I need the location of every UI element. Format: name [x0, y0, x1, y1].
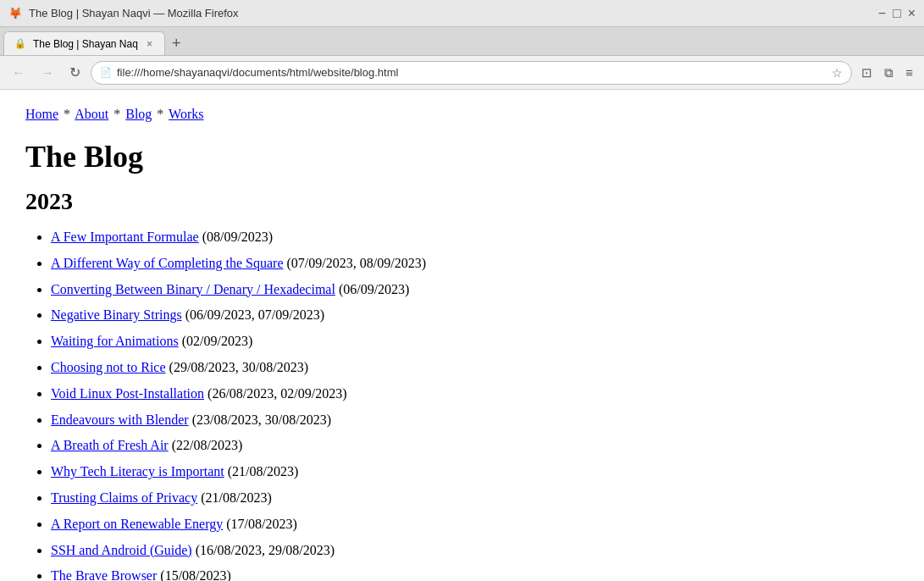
breadcrumb-home[interactable]: Home [25, 107, 58, 121]
active-tab[interactable]: 🔒 The Blog | Shayan Naq × [3, 31, 165, 55]
list-item: Choosing not to Rice (29/08/2023, 30/08/… [51, 356, 899, 380]
list-item: Negative Binary Strings (06/09/2023, 07/… [51, 303, 899, 328]
post-link[interactable]: A Breath of Fresh Air [51, 438, 169, 452]
window-title: The Blog | Shayan Naqvi — Mozilla Firefo… [29, 7, 239, 19]
breadcrumb: Home * About * Blog * Works [25, 107, 899, 122]
list-item: Endeavours with Blender (23/08/2023, 30/… [51, 408, 899, 433]
list-item: Void Linux Post-Installation (26/08/2023… [51, 382, 899, 407]
post-date: (08/09/2023) [199, 230, 274, 244]
tab-label: The Blog | Shayan Naq [33, 38, 138, 50]
bookmark-star-icon[interactable]: ☆ [832, 66, 843, 80]
list-item: Converting Between Binary / Denary / Hex… [51, 278, 899, 302]
close-button[interactable]: × [908, 6, 916, 21]
post-date: (29/08/2023, 30/08/2023) [166, 360, 308, 374]
post-date: (23/08/2023, 30/08/2023) [189, 412, 331, 427]
post-link[interactable]: A Different Way of Completing the Square [51, 256, 284, 270]
post-link[interactable]: The Brave Browser [51, 568, 157, 581]
blog-posts-list: A Few Important Formulae (08/09/2023)A D… [25, 225, 899, 581]
url-display: file:///home/shayanaqvi/documents/html/w… [117, 66, 827, 79]
pocket-button[interactable]: ⊡ [857, 62, 877, 84]
title-bar-left: 🦊 The Blog | Shayan Naqvi — Mozilla Fire… [8, 7, 239, 19]
title-bar-controls: − □ × [878, 6, 916, 21]
maximize-button[interactable]: □ [893, 6, 901, 21]
post-date: (02/09/2023) [179, 334, 253, 348]
forward-button[interactable]: → [36, 62, 59, 84]
post-link[interactable]: A Few Important Formulae [51, 230, 199, 244]
list-item: Trusting Claims of Privacy (21/08/2023) [51, 486, 899, 511]
list-item: Waiting for Animations (02/09/2023) [51, 329, 899, 354]
post-date: (07/09/2023, 08/09/2023) [284, 256, 426, 270]
new-tab-button[interactable]: + [165, 31, 188, 55]
year-heading: 2023 [25, 188, 899, 215]
list-item: SSH and Android (Guide) (16/08/2023, 29/… [51, 539, 899, 563]
breadcrumb-sep-2: * [113, 107, 120, 121]
list-item: A Few Important Formulae (08/09/2023) [51, 225, 899, 250]
post-link[interactable]: SSH and Android (Guide) [51, 543, 192, 557]
breadcrumb-about[interactable]: About [75, 107, 108, 121]
page-title: The Blog [25, 139, 899, 174]
list-item: A Breath of Fresh Air (22/08/2023) [51, 434, 899, 458]
page-content: Home * About * Blog * Works The Blog 202… [0, 90, 924, 581]
post-link[interactable]: Void Linux Post-Installation [51, 386, 204, 401]
nav-right-icons: ⊡ ⧉ ≡ [857, 62, 917, 84]
post-link[interactable]: Choosing not to Rice [51, 360, 166, 374]
post-link[interactable]: Trusting Claims of Privacy [51, 490, 197, 505]
post-link[interactable]: Negative Binary Strings [51, 307, 182, 322]
breadcrumb-blog[interactable]: Blog [125, 107, 152, 121]
post-date: (26/08/2023, 02/09/2023) [204, 386, 346, 401]
list-item: A Different Way of Completing the Square… [51, 252, 899, 276]
post-date: (06/09/2023) [335, 282, 410, 296]
extensions-button[interactable]: ⧉ [880, 62, 898, 84]
minimize-button[interactable]: − [878, 6, 886, 21]
reload-button[interactable]: ↻ [64, 61, 86, 84]
post-date: (21/08/2023) [197, 490, 272, 505]
title-bar: 🦊 The Blog | Shayan Naqvi — Mozilla Fire… [0, 0, 924, 27]
breadcrumb-sep-3: * [157, 107, 163, 121]
list-item: The Brave Browser (15/08/2023) [51, 564, 899, 581]
nav-bar: ← → ↻ 📄 file:///home/shayanaqvi/document… [0, 56, 924, 90]
breadcrumb-works[interactable]: Works [169, 107, 203, 121]
post-link[interactable]: Converting Between Binary / Denary / Hex… [51, 282, 335, 296]
post-date: (21/08/2023) [224, 464, 299, 479]
post-link[interactable]: A Report on Renewable Energy [51, 517, 223, 531]
post-date: (16/08/2023, 29/08/2023) [192, 543, 335, 557]
tab-bar: 🔒 The Blog | Shayan Naq × + [0, 27, 924, 56]
post-date: (22/08/2023) [169, 438, 243, 452]
firefox-icon: 🦊 [8, 7, 22, 19]
address-bar[interactable]: 📄 file:///home/shayanaqvi/documents/html… [91, 61, 852, 85]
post-link[interactable]: Why Tech Literacy is Important [51, 464, 224, 479]
menu-button[interactable]: ≡ [901, 62, 917, 83]
post-link[interactable]: Waiting for Animations [51, 334, 179, 348]
tab-page-icon: 🔒 [14, 38, 26, 49]
list-item: Why Tech Literacy is Important (21/08/20… [51, 460, 899, 484]
post-date: (06/09/2023, 07/09/2023) [182, 307, 324, 322]
tab-close-button[interactable]: × [145, 38, 154, 50]
page-icon: 📄 [100, 67, 112, 78]
post-link[interactable]: Endeavours with Blender [51, 412, 189, 427]
back-button[interactable]: ← [7, 62, 30, 84]
post-date: (15/08/2023) [157, 568, 231, 581]
post-date: (17/08/2023) [223, 517, 297, 531]
breadcrumb-sep-1: * [64, 107, 70, 121]
list-item: A Report on Renewable Energy (17/08/2023… [51, 512, 899, 537]
